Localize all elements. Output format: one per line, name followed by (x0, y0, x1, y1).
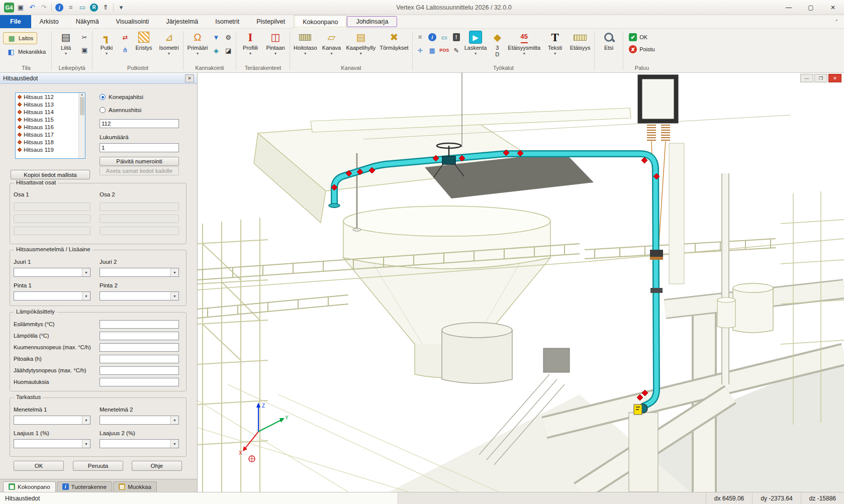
cut-icon[interactable]: ✂ (79, 32, 90, 43)
kopioi-tiedot-button[interactable]: Kopioi tiedot mallista (11, 170, 90, 179)
lukumaara-input[interactable] (100, 143, 179, 152)
close-icon[interactable]: ✕ (822, 0, 844, 15)
weld-list[interactable]: Hitsaus 112 Hitsaus 113 Hitsaus 114 Hits… (15, 92, 85, 159)
slate-icon[interactable]: ◪ (223, 45, 234, 56)
list-item[interactable]: Hitsaus 114 (16, 108, 85, 116)
tab-nakyma[interactable]: Näkymä (67, 15, 108, 28)
juuri2-combo[interactable]: ▼ (100, 268, 179, 277)
tab-muokkaa[interactable]: ▨ Muokkaa (113, 481, 157, 492)
juuri1-combo[interactable]: ▼ (14, 268, 90, 277)
list-item[interactable]: Hitsaus 117 (16, 131, 85, 138)
ok-button[interactable]: ✔ OK (625, 32, 651, 42)
redo-icon[interactable]: ↷ (39, 3, 49, 13)
putki-button[interactable]: ┓ Putki ▾ (95, 29, 119, 56)
undo-icon[interactable]: ↶ (27, 3, 37, 13)
minimize-icon[interactable]: — (800, 74, 813, 82)
laitos-button[interactable]: ▦ Laitos (3, 32, 37, 44)
laajuus1-combo[interactable]: ▼ (14, 439, 90, 448)
scrollbar[interactable]: ▲ (78, 93, 85, 158)
radio-asennushitsi[interactable]: Asennushitsi (100, 107, 141, 113)
save-icon[interactable]: ▣ (16, 3, 26, 13)
hoitotaso-button[interactable]: Hoitotaso ▾ (292, 29, 318, 56)
tab-kokoonpano-bottom[interactable]: ▦ Kokoonpano (3, 481, 56, 492)
pinta2-combo[interactable]: ▼ (100, 291, 179, 300)
export-icon[interactable]: ⇑ (101, 3, 111, 13)
tab-kokoonpano[interactable]: Kokoonpano (294, 15, 347, 29)
tab-arkisto[interactable]: Arkisto (31, 15, 67, 28)
r-badge-icon[interactable]: R (89, 3, 99, 13)
panel-icon[interactable]: ▭ (439, 32, 450, 43)
tormaykset-button[interactable]: ✖ Törmäykset (378, 29, 410, 52)
wrench-icon[interactable]: ⚙ (223, 32, 234, 43)
filter-icon[interactable]: ▼ (211, 32, 222, 43)
minimize-icon[interactable]: — (778, 0, 800, 15)
kolme-d-button[interactable]: ◆ 3 D (489, 29, 505, 58)
dialog-ok-button[interactable]: OK (14, 461, 64, 471)
calculator-icon[interactable]: ⌗ (66, 3, 76, 13)
chevron-down-icon[interactable]: ▾ (116, 3, 126, 13)
weld-number-input[interactable] (100, 119, 179, 128)
table-icon[interactable]: ▦ (427, 45, 438, 56)
tab-johdinsarja[interactable]: Johdinsarja (347, 16, 397, 27)
pintaan-button[interactable]: ◫ Pintaan ▾ (263, 29, 288, 56)
tab-tuoterakenne[interactable]: i Tuoterakenne (57, 481, 113, 492)
eristys-button[interactable]: Eristys (132, 29, 156, 52)
poistu-button[interactable]: ✘ Poistu (625, 44, 659, 54)
kuumennusnopeus-input[interactable] (100, 343, 179, 352)
close-icon[interactable]: ✕ (185, 74, 194, 82)
kaapelihylly-button[interactable]: ▤ Kaapelihylly ▾ (345, 29, 378, 56)
display-icon[interactable]: ▭ (77, 3, 87, 13)
radio-konepajahitsi[interactable]: Konepajahitsi (100, 94, 143, 100)
mekaniikka-button[interactable]: ◧ Mekaniikka (3, 46, 49, 57)
close-icon[interactable]: ✕ (828, 74, 841, 82)
teksti-button[interactable]: T Teksti ▾ (543, 29, 567, 56)
esilammitys-input[interactable] (100, 320, 179, 329)
move-snap-icon[interactable]: ✛ (415, 45, 426, 56)
list-item[interactable]: Hitsaus 118 (16, 138, 85, 146)
tab-jarjestelma[interactable]: Järjestelmä (157, 15, 207, 28)
copy-icon[interactable]: ▣ (79, 44, 90, 55)
info-icon[interactable]: i (427, 32, 438, 43)
tab-isometrit[interactable]: Isometrit (207, 15, 248, 28)
position-icon[interactable]: POS (439, 45, 450, 56)
list-item[interactable]: Hitsaus 112 (16, 93, 85, 100)
maximize-icon[interactable]: ▢ (800, 0, 822, 15)
tab-pistepilvet[interactable]: Pistepilvet (248, 15, 294, 28)
info-icon[interactable]: i (54, 3, 64, 13)
laskenta-button[interactable]: ▶ Laskenta ▾ (463, 29, 489, 56)
menetelma2-combo[interactable]: ▼ (100, 416, 179, 425)
list-item[interactable]: Hitsaus 119 (16, 146, 85, 153)
pinta1-combo[interactable]: ▼ (14, 291, 90, 300)
edit-icon[interactable]: ✎ (451, 45, 462, 56)
profiili-button[interactable]: I Profiili ▾ (238, 29, 262, 56)
3d-viewport[interactable]: — ❐ ✕ (198, 73, 844, 492)
flow-icon[interactable]: ⇄ (120, 32, 131, 43)
tab-visualisointi[interactable]: Visualisointi (108, 15, 158, 28)
branch-icon[interactable]: ⋔ (120, 44, 131, 55)
tab-file[interactable]: File (0, 15, 31, 28)
kanava-button[interactable]: ▱ Kanava ▾ (320, 29, 344, 56)
scrollbar-thumb[interactable] (80, 97, 84, 115)
list-item[interactable]: Hitsaus 115 (16, 116, 85, 123)
dialog-ohje-button[interactable]: Ohje (132, 461, 182, 471)
primaari-button[interactable]: Ω Primääri ▾ (185, 29, 210, 56)
huomautuksia-input[interactable] (100, 378, 179, 386)
liita-button[interactable]: ▤ Liitä ▾ (54, 29, 78, 56)
etaisyysmitta-button[interactable]: 45 Etäisyysmitta ▾ (506, 29, 542, 56)
pitoaika-input[interactable] (100, 355, 179, 363)
etsi-button[interactable]: Etsi (597, 29, 621, 52)
list-item[interactable]: Hitsaus 116 (16, 123, 85, 131)
snap-icon[interactable]: ⌗ (415, 32, 426, 43)
paivita-numerointi-button[interactable]: Päivitä numerointi (100, 157, 179, 166)
laajuus2-combo[interactable]: ▼ (100, 439, 179, 448)
isometri-button[interactable]: ⊿ Isometri ▾ (157, 29, 181, 56)
lampotila-input[interactable] (100, 332, 179, 340)
etaisyys-button[interactable]: Etäisyys (568, 29, 592, 52)
jaahdytysnopeus-input[interactable] (100, 366, 179, 375)
alert-icon[interactable]: ! (451, 32, 462, 43)
collapse-ribbon-icon[interactable]: ⌃ (829, 15, 844, 28)
restore-icon[interactable]: ❐ (814, 74, 827, 82)
menetelma1-combo[interactable]: ▼ (14, 416, 90, 425)
gem-icon[interactable]: ◈ (211, 45, 222, 56)
list-item[interactable]: Hitsaus 113 (16, 100, 85, 108)
